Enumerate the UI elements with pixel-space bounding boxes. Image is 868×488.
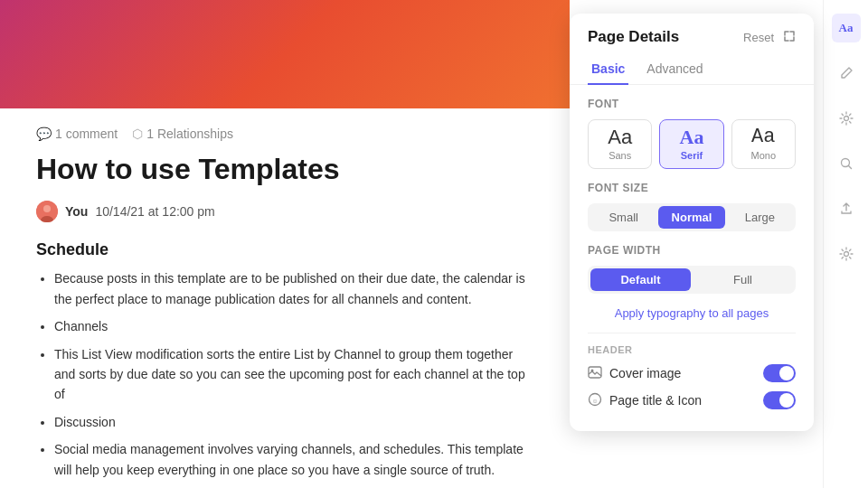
font-size-section-label: Font Size [588, 182, 796, 194]
page-title: How to use Templates [36, 152, 533, 186]
font-sans-label: Sans [609, 150, 631, 161]
toolbar-text-format-icon[interactable]: Aa [832, 14, 861, 42]
author-name: You [65, 204, 88, 219]
font-options: Aa Sans Aa Serif Aa Mono [588, 119, 796, 169]
meta-row: 💬 1 comment ⬡ 1 Relationships [36, 127, 533, 141]
expand-button[interactable] [783, 30, 796, 45]
svg-point-4 [591, 369, 594, 371]
relationship-count: 1 Relationships [146, 127, 233, 141]
page-title-icon-row: ☺ Page title & Icon [588, 391, 796, 409]
relationship-meta[interactable]: ⬡ 1 Relationships [132, 127, 233, 141]
panel-header: Page Details Reset [570, 14, 814, 46]
panel-header-actions: Reset [743, 30, 796, 45]
page-title-icon-toggle[interactable] [763, 391, 796, 409]
tab-advanced[interactable]: Advanced [643, 56, 706, 85]
page-header-image [0, 0, 570, 108]
page-width-full[interactable]: Full [693, 268, 793, 291]
header-section-label: HEADER [588, 333, 796, 355]
page-title-icon-icon: ☺ [588, 392, 602, 409]
page-title-icon-label: ☺ Page title & Icon [588, 392, 702, 409]
font-option-mono[interactable]: Aa Mono [731, 119, 796, 169]
panel-body: Font Aa Sans Aa Serif Aa Mono Font Size … [570, 85, 814, 431]
font-mono-label: Mono [751, 150, 777, 161]
icon-toolbar: Aa [823, 0, 868, 488]
font-option-sans[interactable]: Aa Sans [588, 119, 652, 169]
list-item: Discussion [54, 412, 533, 432]
list-item: Because posts in this template are to be… [54, 268, 533, 309]
font-sans-letter: Aa [608, 127, 632, 147]
list-item: Social media management involves varying… [54, 439, 533, 480]
main-content: 💬 1 comment ⬡ 1 Relationships How to use… [0, 0, 570, 488]
toolbar-settings-icon[interactable] [832, 104, 861, 133]
toolbar-search-icon[interactable] [832, 149, 861, 178]
toolbar-edit-icon[interactable] [832, 59, 861, 88]
relationship-icon: ⬡ [132, 127, 143, 141]
toolbar-gear-icon[interactable] [832, 239, 861, 268]
font-size-normal[interactable]: Normal [658, 206, 724, 229]
content-list: Because posts in this template are to be… [36, 268, 533, 480]
svg-point-7 [844, 117, 848, 121]
font-mono-letter: Aa [751, 127, 775, 147]
font-size-options: Small Normal Large [588, 203, 796, 231]
cover-image-row: Cover image [588, 364, 796, 382]
comment-meta[interactable]: 💬 1 comment [36, 127, 118, 141]
page-width-default[interactable]: Default [590, 268, 691, 291]
author-row: You 10/14/21 at 12:00 pm [36, 201, 533, 222]
cover-image-text: Cover image [609, 366, 681, 380]
font-section-label: Font [588, 98, 796, 110]
page-title-icon-text: Page title & Icon [609, 393, 702, 408]
panel-tabs: Basic Advanced [570, 46, 814, 85]
avatar [36, 201, 58, 222]
svg-text:☺: ☺ [591, 397, 598, 403]
reset-button[interactable]: Reset [743, 31, 774, 44]
apply-typography-link[interactable]: Apply typography to all pages [588, 306, 796, 320]
page-width-section-label: Page Width [588, 244, 796, 257]
font-size-large[interactable]: Large [727, 206, 793, 229]
svg-point-9 [844, 252, 848, 257]
comment-count: 1 comment [55, 127, 118, 141]
page-details-panel: Page Details Reset Basic Advanced Font A… [570, 14, 814, 431]
comment-icon: 💬 [36, 127, 52, 141]
list-item: Channels [54, 316, 533, 336]
font-serif-label: Serif [681, 150, 703, 161]
cover-image-icon [588, 365, 602, 382]
font-serif-letter: Aa [680, 127, 704, 147]
cover-image-label: Cover image [588, 365, 681, 382]
svg-point-1 [43, 205, 51, 212]
font-size-small[interactable]: Small [590, 206, 656, 229]
list-item: This List View modification sorts the en… [54, 344, 533, 405]
font-option-serif[interactable]: Aa Serif [659, 119, 723, 169]
tab-basic[interactable]: Basic [588, 56, 628, 85]
section-title: Schedule [36, 240, 533, 259]
toolbar-export-icon[interactable] [832, 194, 861, 223]
panel-title: Page Details [588, 28, 679, 46]
author-date: 10/14/21 at 12:00 pm [95, 204, 214, 219]
page-width-options: Default Full [588, 266, 796, 294]
cover-image-toggle[interactable] [763, 364, 796, 382]
